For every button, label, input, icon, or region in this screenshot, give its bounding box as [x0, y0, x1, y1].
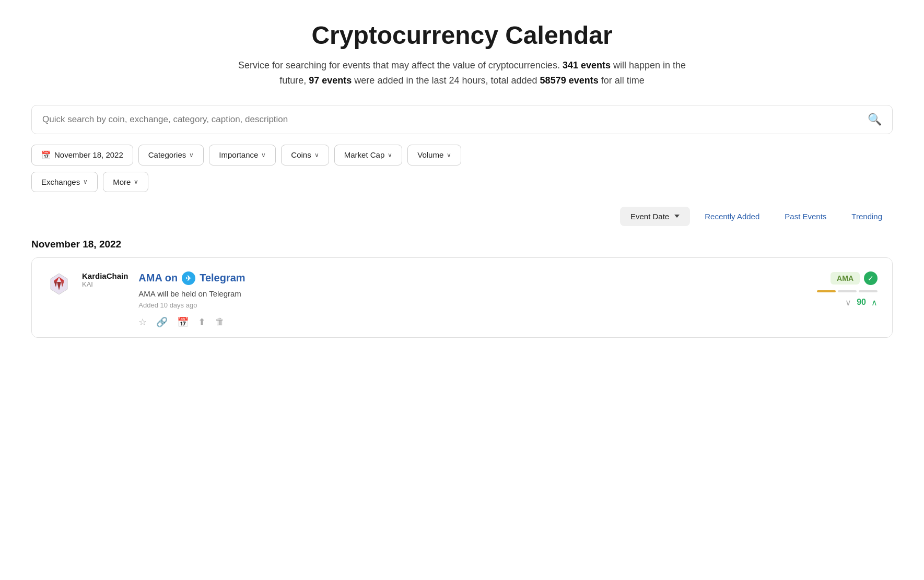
- event-actions: ☆ 🔗 📅 ⬆ 🗑: [138, 316, 804, 328]
- event-description: AMA will be held on Telegram: [138, 289, 804, 298]
- importance-segment-3: [859, 290, 878, 292]
- coin-info: KardiaChain KAI: [82, 271, 128, 288]
- event-tags: AMA ✓: [831, 271, 878, 285]
- star-icon[interactable]: ☆: [138, 316, 147, 328]
- delete-icon[interactable]: 🗑: [215, 316, 225, 327]
- sort-recently-added-button[interactable]: Recently Added: [694, 207, 770, 226]
- telegram-icon: ✈: [182, 271, 195, 285]
- volume-label: Volume: [417, 150, 443, 159]
- importance-segment-1: [817, 290, 836, 292]
- subtitle-text-3: were added in the last 24 hours, total a…: [352, 75, 540, 86]
- coin-name: KardiaChain: [82, 271, 128, 280]
- sort-recently-added-label: Recently Added: [705, 212, 759, 221]
- importance-segment-2: [838, 290, 857, 292]
- vote-up-icon[interactable]: ∧: [871, 298, 878, 307]
- share-icon[interactable]: ⬆: [198, 316, 206, 328]
- chevron-down-icon: ∨: [388, 151, 392, 159]
- event-title: AMA on ✈ Telegram: [138, 271, 804, 285]
- coin-logo: [46, 271, 72, 297]
- coins-label: Coins: [291, 150, 311, 159]
- chevron-down-icon: ∨: [189, 151, 194, 159]
- volume-filter-button[interactable]: Volume ∨: [407, 145, 461, 165]
- chevron-down-icon: ∨: [261, 151, 266, 159]
- more-filter-button[interactable]: More ∨: [103, 172, 148, 192]
- events-total-count: 58579 events: [540, 75, 599, 86]
- calendar-icon: 📅: [41, 150, 51, 160]
- coin-symbol: KAI: [82, 280, 128, 288]
- chevron-down-icon: ∨: [447, 151, 451, 159]
- event-title-text-after: Telegram: [200, 272, 245, 284]
- vote-row: ∨ 90 ∧: [845, 298, 878, 307]
- page-title: Cryptocurrency Calendar: [31, 21, 893, 50]
- calendar-add-icon[interactable]: 📅: [177, 316, 189, 328]
- date-filter-button[interactable]: 📅 November 18, 2022: [31, 145, 133, 165]
- ama-tag: AMA: [831, 272, 860, 285]
- section-date: November 18, 2022: [31, 239, 893, 250]
- event-details: AMA on ✈ Telegram AMA will be held on Te…: [138, 271, 804, 328]
- search-bar: 🔍: [31, 105, 893, 134]
- event-meta: AMA ✓ ∨ 90 ∧: [815, 271, 878, 307]
- page-subtitle: Service for searching for events that ma…: [227, 58, 697, 88]
- search-input[interactable]: [42, 114, 868, 125]
- event-title-text-before: AMA on: [138, 272, 178, 284]
- sort-event-date-button[interactable]: Event Date: [620, 207, 690, 226]
- exchanges-filter-button[interactable]: Exchanges ∨: [31, 172, 98, 192]
- events-future-count: 341 events: [563, 60, 611, 70]
- categories-filter-button[interactable]: Categories ∨: [138, 145, 204, 165]
- arrow-down-icon: [674, 215, 680, 218]
- vote-count: 90: [857, 298, 866, 307]
- marketcap-filter-button[interactable]: Market Cap ∨: [334, 145, 403, 165]
- subtitle-text-1: Service for searching for events that ma…: [238, 60, 563, 70]
- verified-check-icon: ✓: [864, 271, 878, 285]
- marketcap-label: Market Cap: [344, 150, 385, 159]
- vote-down-icon[interactable]: ∨: [845, 298, 851, 307]
- search-icon[interactable]: 🔍: [868, 113, 882, 126]
- sort-event-date-label: Event Date: [630, 212, 669, 221]
- chevron-down-icon: ∨: [83, 178, 88, 185]
- importance-filter-button[interactable]: Importance ∨: [209, 145, 276, 165]
- event-added: Added 10 days ago: [138, 301, 804, 309]
- filter-row-1: 📅 November 18, 2022 Categories ∨ Importa…: [31, 145, 893, 165]
- sort-past-events-button[interactable]: Past Events: [774, 207, 837, 226]
- page-header: Cryptocurrency Calendar Service for sear…: [31, 21, 893, 88]
- chevron-down-icon: ∨: [134, 178, 138, 185]
- sort-tabs: Event Date Recently Added Past Events Tr…: [31, 207, 893, 226]
- events-24h-count: 97 events: [309, 75, 352, 86]
- importance-bar: [817, 290, 878, 292]
- coins-filter-button[interactable]: Coins ∨: [281, 145, 329, 165]
- categories-label: Categories: [148, 150, 186, 159]
- importance-label: Importance: [219, 150, 258, 159]
- sort-trending-button[interactable]: Trending: [841, 207, 893, 226]
- filter-row-2: Exchanges ∨ More ∨: [31, 172, 893, 192]
- date-filter-label: November 18, 2022: [54, 150, 123, 159]
- event-card: KardiaChain KAI AMA on ✈ Telegram AMA wi…: [31, 257, 893, 338]
- link-icon[interactable]: 🔗: [156, 316, 168, 328]
- sort-trending-label: Trending: [851, 212, 882, 221]
- subtitle-text-4: for all time: [599, 75, 645, 86]
- exchanges-label: Exchanges: [41, 177, 80, 186]
- sort-past-events-label: Past Events: [785, 212, 826, 221]
- chevron-down-icon: ∨: [314, 151, 319, 159]
- more-label: More: [113, 177, 131, 186]
